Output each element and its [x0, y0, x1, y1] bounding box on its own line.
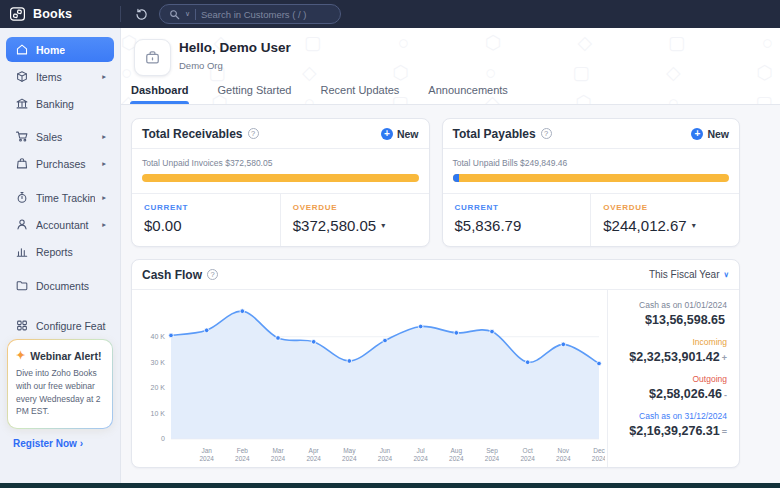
submenu-arrow-icon: ▸ [102, 159, 106, 168]
overdue-label: OVERDUE [603, 203, 727, 212]
svg-text:Feb2024: Feb2024 [235, 447, 250, 462]
payables-progress-bar [453, 174, 730, 182]
plus-icon: + [381, 128, 393, 140]
plus-icon: + [691, 128, 703, 140]
bag-icon [15, 156, 29, 171]
sidebar-item-reports[interactable]: Reports [6, 239, 114, 264]
box-icon [15, 69, 29, 84]
new-payable-button[interactable]: + New [691, 128, 729, 140]
sidebar-item-banking[interactable]: Banking [6, 91, 114, 116]
nav-group-gap [0, 117, 120, 123]
sidebar-item-time-tracking[interactable]: Time Tracking ▸ [6, 185, 114, 210]
webinar-body: Dive into Zoho Books with our free webin… [16, 367, 104, 418]
receivables-current-value: $0.00 [144, 217, 268, 234]
svg-text:20 K: 20 K [151, 384, 166, 391]
grid-icon [15, 318, 29, 333]
svg-text:10 K: 10 K [151, 410, 166, 417]
page-header: Hello, Demo User Demo Org Dashboard Gett… [121, 28, 780, 105]
receivables-title: Total Receivables [142, 127, 243, 141]
new-receivable-button[interactable]: + New [381, 128, 419, 140]
help-icon[interactable]: ? [207, 269, 218, 280]
svg-text:May2024: May2024 [342, 447, 357, 462]
outgoing-stat: Outgoing $2,58,026.46- [612, 374, 727, 401]
help-icon[interactable]: ? [248, 128, 259, 139]
sidebar-item-accountant[interactable]: Accountant ▸ [6, 212, 114, 237]
svg-text:Jun2024: Jun2024 [378, 447, 393, 462]
page-title: Hello, Demo User [179, 40, 291, 55]
payables-bar-current-segment [453, 174, 460, 182]
sidebar-item-sales[interactable]: Sales ▸ [6, 124, 114, 149]
svg-text:Nov2024: Nov2024 [556, 447, 571, 462]
sidebar-item-configure-features[interactable]: Configure Features list [6, 313, 114, 338]
closing-cash-stat: Cash as on 31/12/2024 $2,16,39,276.31= [612, 411, 727, 438]
total-payables-card: Total Payables ? + New Total Unpaid Bill… [442, 118, 741, 247]
sidebar-spacer [0, 449, 120, 483]
submenu-arrow-icon: ▸ [102, 193, 106, 202]
period-selector[interactable]: This Fiscal Year ∨ [649, 269, 729, 280]
register-now-link[interactable]: Register Now › [13, 438, 120, 449]
caret-down-icon: ▾ [692, 221, 696, 230]
overdue-label: OVERDUE [293, 203, 417, 212]
tab-recent-updates[interactable]: Recent Updates [319, 78, 400, 104]
sidebar-item-documents[interactable]: Documents [6, 273, 114, 298]
search-scope-chevron-icon[interactable]: ∨ [185, 10, 190, 18]
receivables-overdue-value[interactable]: $372,580.05 ▾ [293, 217, 417, 234]
topbar: Books ∨ [0, 0, 780, 28]
svg-text:40 K: 40 K [151, 333, 166, 340]
payables-overdue-value[interactable]: $244,012.67 ▾ [603, 217, 727, 234]
svg-text:Jul2024: Jul2024 [413, 447, 428, 462]
total-receivables-card: Total Receivables ? + New Total Unpaid I… [131, 118, 430, 247]
cart-icon [15, 129, 29, 144]
tab-getting-started[interactable]: Getting Started [216, 78, 292, 104]
brand[interactable]: Books [0, 6, 120, 22]
folder-icon [15, 278, 29, 293]
header-tabs: Dashboard Getting Started Recent Updates… [130, 78, 509, 104]
svg-text:30 K: 30 K [151, 359, 166, 366]
org-avatar [134, 39, 171, 76]
svg-text:Oct2024: Oct2024 [520, 447, 535, 462]
opening-cash-stat: Cash as on 01/01/2024 $13,56,598.65 [612, 300, 727, 327]
payables-title: Total Payables [453, 127, 536, 141]
payables-current-value: $5,836.79 [455, 217, 579, 234]
bank-icon [15, 96, 29, 111]
cashflow-chart-svg: 010 K20 K30 K40 KJan2024Feb2024Mar2024Ap… [137, 296, 605, 465]
main-content: Hello, Demo User Demo Org Dashboard Gett… [120, 28, 780, 483]
tab-announcements[interactable]: Announcements [427, 78, 509, 104]
home-icon [15, 42, 29, 57]
receivables-progress-bar [142, 174, 419, 182]
submenu-arrow-icon: ▸ [102, 220, 106, 229]
books-logo-icon [9, 6, 26, 22]
cash-flow-chart: 010 K20 K30 K40 KJan2024Feb2024Mar2024Ap… [132, 290, 607, 467]
svg-text:Jan2024: Jan2024 [199, 447, 214, 462]
search-separator [195, 9, 196, 20]
tab-dashboard[interactable]: Dashboard [130, 78, 189, 104]
stopwatch-icon [15, 190, 29, 205]
unpaid-invoices-summary: Total Unpaid Invoices $372,580.05 [142, 158, 419, 168]
help-icon[interactable]: ? [541, 128, 552, 139]
sidebar: Home Items ▸ Banking Sales ▸ Purchases ▸… [0, 28, 120, 483]
person-icon [15, 217, 29, 232]
cash-flow-card: Cash Flow ? This Fiscal Year ∨ 010 K20 K… [131, 259, 740, 468]
search-box[interactable]: ∨ [159, 4, 341, 24]
cash-flow-title: Cash Flow [142, 268, 202, 282]
nav-group-gap [0, 299, 120, 312]
topbar-separator [120, 6, 121, 22]
sidebar-item-items[interactable]: Items ▸ [6, 64, 114, 89]
svg-text:Mar2024: Mar2024 [271, 447, 286, 462]
sparkle-icon: ✦ [16, 349, 25, 362]
svg-text:Sep2024: Sep2024 [485, 447, 500, 462]
webinar-alert-card: ✦ Webinar Alert! Dive into Zoho Books wi… [7, 339, 113, 429]
incoming-stat: Incoming $2,32,53,901.42+ [612, 337, 727, 364]
search-input[interactable] [201, 9, 331, 20]
current-label: CURRENT [144, 203, 268, 212]
nav-group-gap [0, 177, 120, 184]
sidebar-item-purchases[interactable]: Purchases ▸ [6, 151, 114, 176]
sidebar-item-home[interactable]: Home [6, 37, 114, 62]
current-label: CURRENT [455, 203, 579, 212]
svg-text:Dec2024: Dec2024 [592, 447, 605, 462]
chevron-down-icon: ∨ [724, 270, 730, 279]
caret-down-icon: ▾ [381, 221, 385, 230]
submenu-arrow-icon: ▸ [102, 132, 106, 141]
brand-name: Books [33, 7, 72, 21]
recent-history-icon[interactable] [131, 4, 151, 24]
